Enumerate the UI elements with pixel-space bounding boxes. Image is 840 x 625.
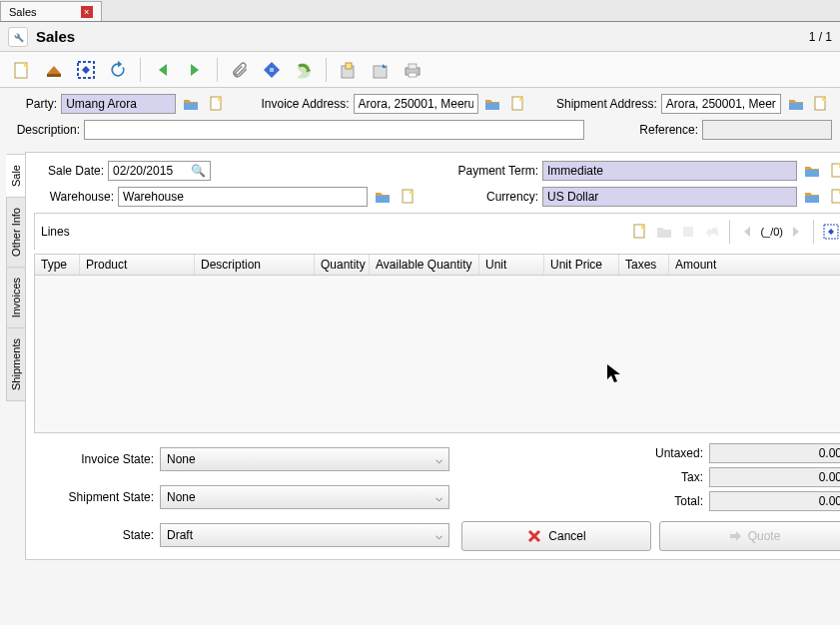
arrow-right-icon <box>728 529 742 543</box>
cancel-icon <box>526 528 542 544</box>
tax-value: 0.00 <box>709 467 840 487</box>
save-icon[interactable] <box>40 56 68 84</box>
col-amount[interactable]: Amount <box>669 255 840 275</box>
payment-term-input[interactable] <box>542 161 797 181</box>
new-icon[interactable] <box>8 56 36 84</box>
sale-date-label: Sale Date: <box>34 164 104 178</box>
svg-rect-5 <box>346 63 352 69</box>
vtab-other-info[interactable]: Other Info <box>6 197 26 268</box>
chevron-down-icon: ⌵ <box>435 490 442 504</box>
vtab-invoices[interactable]: Invoices <box>6 267 26 328</box>
col-unit[interactable]: Unit <box>479 255 544 275</box>
shipment-addr-label: Shipment Address: <box>539 97 657 111</box>
svg-rect-9 <box>409 73 417 77</box>
calendar-icon[interactable]: 🔍 <box>187 164 210 178</box>
currency-label: Currency: <box>486 190 538 204</box>
total-value: 0.00 <box>709 491 840 511</box>
shipment-addr-input[interactable] <box>661 94 781 114</box>
prev-icon[interactable] <box>149 56 177 84</box>
switch-icon[interactable] <box>72 56 100 84</box>
delete-line-icon <box>677 222 699 242</box>
svg-rect-15 <box>832 190 840 203</box>
lines-table[interactable]: Type Product Description Quantity Availa… <box>34 254 840 433</box>
open-line-icon <box>653 222 675 242</box>
currency-input[interactable] <box>542 187 797 207</box>
description-input[interactable] <box>84 120 584 140</box>
col-avail-qty[interactable]: Available Quantity <box>370 255 479 275</box>
folder-icon[interactable] <box>785 94 807 114</box>
invoice-state-select[interactable]: None⌵ <box>160 447 449 471</box>
col-taxes[interactable]: Taxes <box>619 255 669 275</box>
svg-rect-1 <box>47 74 61 77</box>
vtab-shipments[interactable]: Shipments <box>6 327 26 401</box>
cancel-button[interactable]: Cancel <box>461 521 651 551</box>
folder-icon[interactable] <box>801 161 823 181</box>
untaxed-value: 0.00 <box>709 443 840 463</box>
party-input[interactable] <box>61 94 176 114</box>
new-record-icon[interactable] <box>810 94 832 114</box>
reference-label: Reference: <box>608 123 698 137</box>
window-tab-label: Sales <box>9 6 37 18</box>
svg-rect-8 <box>409 64 417 69</box>
total-label: Total: <box>655 494 703 508</box>
reference-input[interactable] <box>702 120 832 140</box>
print-icon[interactable] <box>399 56 426 84</box>
svg-rect-13 <box>832 164 840 177</box>
chevron-down-icon: ⌵ <box>435 528 442 542</box>
next-icon[interactable] <box>181 56 209 84</box>
page-counter: 1 / 1 <box>809 30 832 44</box>
next-line-icon <box>785 222 807 242</box>
expand-lines-icon[interactable] <box>820 222 840 242</box>
col-description[interactable]: Description <box>195 255 315 275</box>
sale-date-input[interactable] <box>109 162 187 180</box>
payment-term-label: Payment Term: <box>458 164 538 178</box>
col-product[interactable]: Product <box>80 255 195 275</box>
folder-icon[interactable] <box>180 94 202 114</box>
party-label: Party: <box>8 97 57 111</box>
wrench-icon[interactable] <box>8 27 28 47</box>
new-record-icon[interactable] <box>398 187 420 207</box>
main-toolbar <box>0 52 840 88</box>
folder-icon[interactable] <box>372 187 394 207</box>
relate-icon[interactable] <box>335 56 363 84</box>
invoice-addr-label: Invoice Address: <box>241 97 349 111</box>
new-record-icon[interactable] <box>827 187 840 207</box>
lines-pager: (_/0) <box>760 226 783 238</box>
quote-button[interactable]: Quote <box>659 521 840 551</box>
col-unit-price[interactable]: Unit Price <box>544 255 619 275</box>
shipment-state-select[interactable]: None⌵ <box>160 485 449 509</box>
report-icon[interactable] <box>367 56 395 84</box>
attach-icon[interactable] <box>226 56 254 84</box>
state-select[interactable]: Draft⌵ <box>160 523 449 547</box>
chevron-down-icon: ⌵ <box>435 452 442 466</box>
shipment-state-label: Shipment State: <box>34 490 154 504</box>
close-icon[interactable]: × <box>81 6 93 18</box>
col-type[interactable]: Type <box>35 255 80 275</box>
lines-label: Lines <box>41 225 70 239</box>
new-line-icon[interactable] <box>629 222 651 242</box>
vtab-sale[interactable]: Sale <box>6 154 26 198</box>
description-label: Description: <box>8 123 80 137</box>
new-record-icon[interactable] <box>827 161 840 181</box>
page-title: Sales <box>36 28 75 45</box>
note-icon[interactable] <box>258 56 286 84</box>
tax-label: Tax: <box>655 470 703 484</box>
new-record-icon[interactable] <box>507 94 529 114</box>
svg-rect-3 <box>270 68 274 72</box>
col-quantity[interactable]: Quantity <box>315 255 370 275</box>
warehouse-input[interactable] <box>118 187 368 207</box>
prev-line-icon <box>736 222 758 242</box>
invoice-state-label: Invoice State: <box>34 452 154 466</box>
svg-rect-17 <box>683 227 693 237</box>
folder-icon[interactable] <box>482 94 504 114</box>
warehouse-label: Warehouse: <box>34 190 114 204</box>
untaxed-label: Untaxed: <box>655 446 703 460</box>
action-icon[interactable] <box>290 56 318 84</box>
new-record-icon[interactable] <box>206 94 228 114</box>
reload-icon[interactable] <box>104 56 132 84</box>
state-label: State: <box>34 528 154 542</box>
folder-icon[interactable] <box>801 187 823 207</box>
invoice-addr-input[interactable] <box>354 94 478 114</box>
undo-line-icon <box>701 222 723 242</box>
window-tab[interactable]: Sales × <box>0 1 102 21</box>
